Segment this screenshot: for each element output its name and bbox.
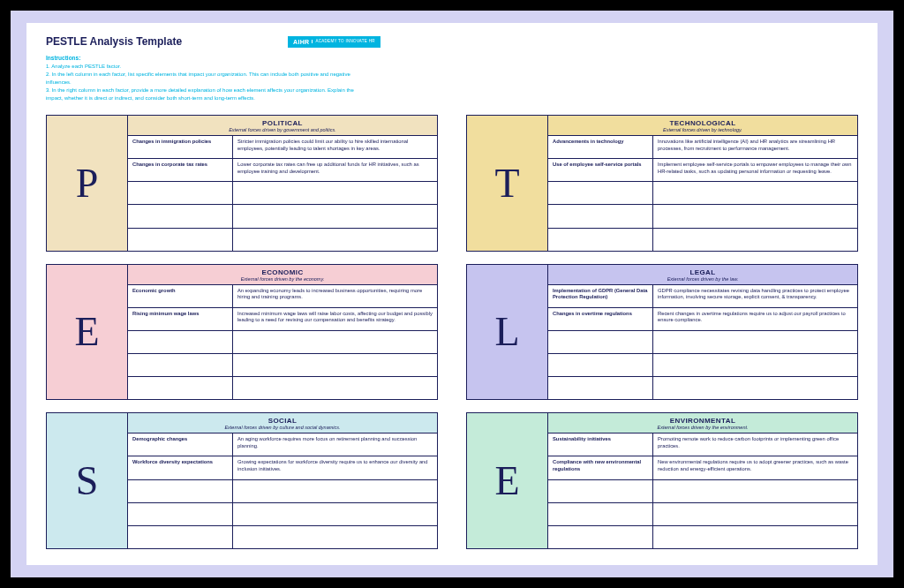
logo-main: AIHR (293, 39, 309, 45)
factor-header: POLITICALExternal forces driven by gover… (128, 116, 437, 136)
element-cell[interactable]: Workforce diversity expectations (128, 456, 233, 479)
element-cell[interactable] (548, 354, 653, 376)
factor-letter: E (467, 413, 548, 548)
description-cell[interactable] (233, 526, 437, 548)
table-row: Rising minimum wage lawsIncreased minimu… (128, 308, 437, 331)
page-border: PESTLE Analysis Template AIHR ACADEMY TO… (11, 11, 893, 577)
table-row (128, 229, 437, 251)
factor-subtitle: External forces driven by government and… (132, 127, 433, 132)
instruction-line: 3. In the right column in each factor, p… (46, 87, 364, 102)
element-cell[interactable] (128, 480, 233, 502)
description-cell[interactable] (653, 503, 857, 525)
instructions-label: Instructions: (46, 55, 858, 61)
element-cell[interactable]: Economic growth (128, 285, 233, 307)
table-row: Advancements in technologyInnovations li… (548, 136, 857, 159)
element-cell[interactable] (128, 331, 233, 353)
table-row: Changes in immigration policiesStricter … (128, 136, 437, 159)
element-cell[interactable] (128, 377, 233, 399)
description-cell[interactable]: GDPR compliance necessitates revising da… (653, 285, 857, 307)
table-row (548, 182, 857, 205)
element-cell[interactable] (128, 205, 233, 227)
factor-subtitle: External forces driven by culture and so… (132, 425, 433, 430)
description-cell[interactable] (233, 503, 437, 525)
description-cell[interactable]: Increased minimum wage laws will raise l… (233, 308, 437, 330)
description-cell[interactable]: Recent changes in overtime regulations r… (653, 308, 857, 330)
factor-name: ECONOMIC (132, 268, 433, 276)
description-cell[interactable] (653, 331, 857, 353)
element-cell[interactable]: Use of employee self-service portals (548, 159, 653, 181)
description-cell[interactable] (653, 377, 857, 399)
description-cell[interactable]: New environmental regulations require us… (653, 456, 857, 479)
factor-subtitle: External forces driven by the economy. (132, 276, 433, 282)
description-cell[interactable] (653, 480, 857, 502)
description-cell[interactable] (653, 229, 857, 251)
description-cell[interactable]: Promoting remote work to reduce carbon f… (653, 433, 857, 456)
factor-content: ENVIRONMENTALExternal forces driven by t… (548, 413, 857, 548)
element-cell[interactable] (128, 526, 233, 548)
description-cell[interactable]: An expanding economy leads to increased … (233, 285, 437, 307)
element-cell[interactable] (128, 354, 233, 376)
page-title: PESTLE Analysis Template (46, 35, 182, 48)
element-cell[interactable] (128, 182, 233, 204)
factor-header: TECHNOLOGICALExternal forces driven by t… (548, 116, 857, 136)
description-cell[interactable] (653, 354, 857, 376)
header-row: PESTLE Analysis Template AIHR ACADEMY TO… (46, 35, 858, 48)
table-row: Changes in overtime regulationsRecent ch… (548, 308, 857, 331)
factor-name: SOCIAL (132, 417, 433, 425)
description-cell[interactable] (233, 480, 437, 502)
template-sheet: PESTLE Analysis Template AIHR ACADEMY TO… (26, 23, 878, 565)
description-cell[interactable]: Implement employee self-service portals … (653, 159, 857, 181)
description-cell[interactable] (653, 205, 857, 227)
element-cell[interactable] (548, 480, 653, 502)
table-row (548, 354, 857, 377)
description-cell[interactable] (233, 377, 437, 399)
instructions-text: 1. Analyze each PESTLE factor. 2. In the… (46, 63, 364, 102)
factor-content: TECHNOLOGICALExternal forces driven by t… (548, 116, 857, 251)
factor-content: SOCIALExternal forces driven by culture … (128, 413, 437, 548)
element-cell[interactable]: Sustainability initiatives (548, 433, 653, 456)
table-row: Economic growthAn expanding economy lead… (128, 285, 437, 308)
element-cell[interactable]: Changes in immigration policies (128, 136, 233, 158)
element-cell[interactable] (548, 205, 653, 227)
table-row (128, 331, 437, 354)
description-cell[interactable] (653, 182, 857, 204)
factor-rows: Implementation of GDPR (General Data Pro… (548, 285, 857, 400)
factor-name: POLITICAL (132, 119, 433, 127)
description-cell[interactable]: Growing expectations for workforce diver… (233, 456, 437, 479)
table-row (548, 480, 857, 503)
description-cell[interactable] (233, 331, 437, 353)
element-cell[interactable] (128, 229, 233, 251)
factor-letter: P (47, 116, 128, 251)
element-cell[interactable] (548, 182, 653, 204)
element-cell[interactable]: Advancements in technology (548, 136, 653, 158)
element-cell[interactable] (548, 377, 653, 399)
element-cell[interactable]: Compliance with new environmental regula… (548, 456, 653, 479)
element-cell[interactable]: Changes in corporate tax rates (128, 159, 233, 181)
description-cell[interactable] (233, 182, 437, 204)
description-cell[interactable] (653, 526, 857, 548)
element-cell[interactable]: Changes in overtime regulations (548, 308, 653, 330)
element-cell[interactable]: Implementation of GDPR (General Data Pro… (548, 285, 653, 307)
table-row (128, 480, 437, 503)
element-cell[interactable] (548, 526, 653, 548)
table-row: Use of employee self-service portalsImpl… (548, 159, 857, 182)
description-cell[interactable] (233, 354, 437, 376)
instruction-line: 1. Analyze each PESTLE factor. (46, 63, 364, 71)
element-cell[interactable]: Demographic changes (128, 433, 233, 456)
element-cell[interactable] (548, 331, 653, 353)
factor-block-technological: TTECHNOLOGICALExternal forces driven by … (466, 115, 858, 252)
element-cell[interactable]: Rising minimum wage laws (128, 308, 233, 330)
description-cell[interactable]: Stricter immigration policies could limi… (233, 136, 437, 158)
description-cell[interactable]: Lower corporate tax rates can free up ad… (233, 159, 437, 181)
factor-rows: Advancements in technologyInnovations li… (548, 136, 857, 251)
description-cell[interactable]: Innovations like artificial intelligence… (653, 136, 857, 158)
element-cell[interactable] (548, 503, 653, 525)
element-cell[interactable] (128, 503, 233, 525)
element-cell[interactable] (548, 229, 653, 251)
description-cell[interactable]: An aging workforce requires more focus o… (233, 433, 437, 456)
table-row: Demographic changesAn aging workforce re… (128, 433, 437, 456)
table-row: Compliance with new environmental regula… (548, 456, 857, 479)
description-cell[interactable] (233, 229, 437, 251)
description-cell[interactable] (233, 205, 437, 227)
factor-block-legal: LLEGALExternal forces driven by the law.… (466, 264, 858, 401)
